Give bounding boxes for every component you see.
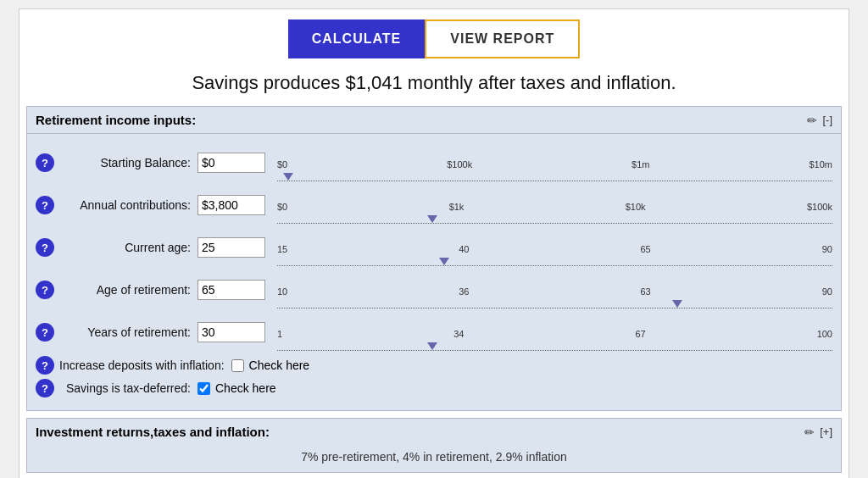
check-here-label-increase-deposits: Check here [249,358,310,372]
label-annual-contributions: Annual contributions: [59,198,191,212]
slider-label: 90 [822,286,832,297]
slider-label: 100 [817,329,832,339]
section1-body: ?Starting Balance:$0$100k$1m$10m?Annual … [27,134,841,410]
section1-title: Retirement income inputs: [36,113,196,127]
slider-label: $0 [277,159,287,170]
label-increase-deposits: Increase deposits with inflation: [59,358,225,373]
input-annual-contributions[interactable] [198,195,265,215]
slider-age-of-retirement: 10366390 [277,271,832,308]
slider-label: 63 [641,286,651,297]
checkbox-row-savings-tax-deferred: ?Savings is tax-deferred:Check here [36,379,832,397]
section2-title: Investment returns,taxes and inflation: [36,425,270,439]
input-row-age-of-retirement: ?Age of retirement:10366390 [36,271,832,308]
label-savings-tax-deferred: Savings is tax-deferred: [59,381,191,396]
input-years-of-retirement[interactable] [198,322,265,342]
checkbox-savings-tax-deferred[interactable] [198,382,210,395]
slider-label: 34 [453,329,464,339]
slider-label: 1 [277,329,282,339]
slider-label: $100k [447,159,472,170]
checkbox-increase-deposits[interactable] [231,359,244,372]
check-here-label-savings-tax-deferred: Check here [215,381,276,395]
input-row-starting-balance: ?Starting Balance:$0$100k$1m$10m [36,144,832,181]
label-starting-balance: Starting Balance: [59,156,191,170]
pencil2-icon: ✏ [804,425,815,439]
slider-thumb-starting-balance[interactable] [283,173,293,181]
input-age-of-retirement[interactable] [198,280,265,300]
slider-label: $1m [632,159,649,170]
collapse-button[interactable]: [-] [822,114,832,126]
retirement-income-section: Retirement income inputs: ✏ [-] ?Startin… [26,106,842,411]
input-starting-balance[interactable] [198,153,265,173]
section2-controls: ✏ [+] [804,425,832,439]
expand-button[interactable]: [+] [820,425,832,438]
help-icon-savings-tax-deferred[interactable]: ? [36,379,54,397]
slider-label: 36 [459,286,469,297]
checkbox-row-increase-deposits: ?Increase deposits with inflation:Check … [36,356,832,375]
slider-current-age: 15406590 [277,229,832,266]
input-current-age[interactable] [198,237,265,258]
slider-thumb-annual-contributions[interactable] [427,215,437,223]
calculator-wrapper: CALCULATE VIEW REPORT Savings produces $… [19,8,849,478]
slider-label: 10 [277,286,287,297]
slider-years-of-retirement: 13467100 [277,314,832,351]
help-icon-years-of-retirement[interactable]: ? [36,323,54,342]
slider-label: $0 [277,202,287,212]
help-icon-increase-deposits[interactable]: ? [36,356,54,375]
section1-header: Retirement income inputs: ✏ [-] [27,107,841,134]
slider-label: $100k [807,202,832,212]
top-buttons-area: CALCULATE VIEW REPORT [19,9,849,65]
view-report-button[interactable]: VIEW REPORT [425,19,580,58]
slider-label: 15 [277,244,287,254]
pencil-icon: ✏ [807,114,817,127]
help-icon-age-of-retirement[interactable]: ? [36,281,54,299]
label-current-age: Current age: [59,241,191,254]
slider-label: 65 [641,244,651,254]
investment-returns-section: Investment returns,taxes and inflation: … [26,418,842,473]
section2-summary: 7% pre-retirement, 4% in retirement, 2.9… [27,445,841,472]
help-icon-current-age[interactable]: ? [36,238,54,257]
help-icon-starting-balance[interactable]: ? [36,153,54,172]
label-years-of-retirement: Years of retirement: [59,325,191,339]
result-text: Savings produces $1,041 monthly after ta… [19,65,849,106]
slider-annual-contributions: $0$1k$10k$100k [277,186,832,224]
label-age-of-retirement: Age of retirement: [59,283,191,297]
slider-label: 90 [822,244,832,254]
help-icon-annual-contributions[interactable]: ? [36,196,54,214]
slider-label: $10k [626,202,646,212]
slider-thumb-current-age[interactable] [439,258,449,265]
slider-label: $1k [449,202,465,212]
slider-starting-balance: $0$100k$1m$10m [277,144,832,181]
input-row-years-of-retirement: ?Years of retirement:13467100 [36,314,832,351]
slider-thumb-age-of-retirement[interactable] [672,300,682,308]
input-row-current-age: ?Current age:15406590 [36,229,832,266]
slider-label: $10m [809,159,832,170]
section2-header: Investment returns,taxes and inflation: … [27,419,841,445]
calculate-button[interactable]: CALCULATE [288,19,426,58]
slider-thumb-years-of-retirement[interactable] [427,342,437,350]
slider-label: 67 [635,329,645,339]
section1-controls: ✏ [-] [807,114,832,127]
input-row-annual-contributions: ?Annual contributions:$0$1k$10k$100k [36,186,832,224]
slider-label: 40 [459,244,469,254]
